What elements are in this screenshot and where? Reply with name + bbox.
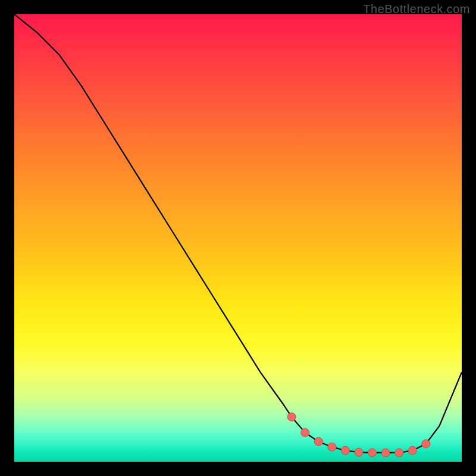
chart-frame: TheBottleneck.com: [0, 0, 476, 476]
watermark-text: TheBottleneck.com: [363, 2, 470, 16]
gradient-plot-area: [14, 14, 462, 462]
